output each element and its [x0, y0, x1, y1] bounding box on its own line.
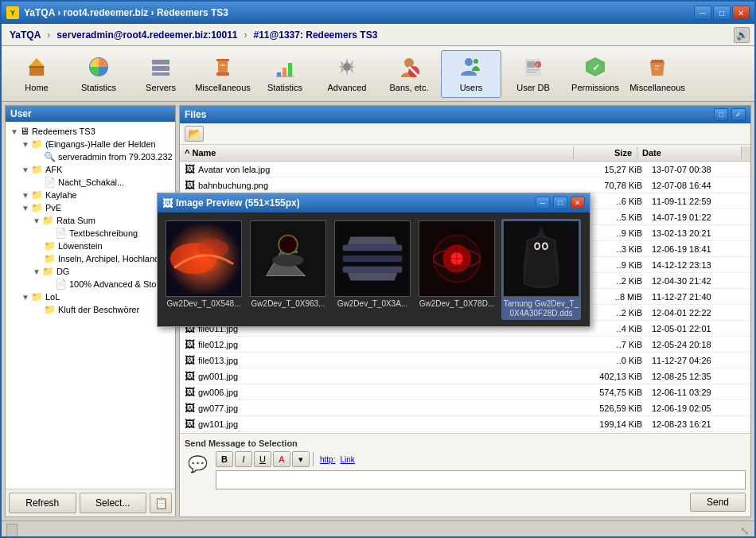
tree-item[interactable]: ▼📁DG	[9, 265, 172, 278]
bold-button[interactable]: B	[216, 451, 233, 467]
toolbar-btn-bans[interactable]: Bans, etc.	[379, 50, 439, 98]
link-button[interactable]: Link	[340, 455, 354, 464]
toolbar-btn-userdb[interactable]: !User DB	[503, 50, 563, 98]
file-date: 12-04-30 21:42	[647, 275, 750, 287]
preview-thumb	[419, 220, 495, 297]
addr-server[interactable]: serveradmin@root4.redeemer.biz:10011	[53, 28, 240, 42]
file-row[interactable]: 🖼bahnbuchung.png 70,78 KiB 12-07-08 16:4…	[180, 177, 750, 193]
audio-button[interactable]: 🔊	[734, 27, 750, 43]
files-btn2[interactable]: ✓	[731, 108, 746, 121]
bans-label: Bans, etc.	[390, 83, 429, 93]
tree-node-label: Kaylahe	[45, 190, 77, 200]
svg-rect-13	[220, 64, 225, 66]
tree-node-icon: 📁	[44, 253, 56, 264]
files-btn1[interactable]: □	[714, 108, 728, 121]
preview-item[interactable]: Gw2Dev_T_0X3A...	[333, 219, 412, 320]
file-row[interactable]: 🖼Avatar von lela.jpg 15,27 KiB 13-07-07 …	[180, 162, 750, 177]
file-row[interactable]: 🖼gw101.jpg 199,14 KiB 12-08-23 16:21	[180, 416, 750, 432]
tree-node-label: Redeemers TS3	[32, 127, 95, 136]
file-row[interactable]: 🖼gw006.jpg 574,75 KiB 12-06-11 03:29	[180, 384, 750, 400]
folder-up-button[interactable]: 📂	[185, 126, 204, 142]
col-name-header[interactable]: ^ Name	[180, 146, 574, 159]
dialog-close[interactable]: ✕	[571, 197, 585, 209]
send-button[interactable]: Send	[690, 493, 746, 512]
tree-item[interactable]: 🔍serveradmin from 79.203.232...	[9, 150, 172, 163]
tree-node-label: Nacht_Schakal...	[58, 177, 124, 187]
tree-item[interactable]: ▼📁AFK	[9, 163, 172, 176]
toolbar-btn-statistics2[interactable]: Statistics	[255, 50, 315, 98]
color-button[interactable]: A	[273, 451, 290, 467]
files-title: Files	[185, 109, 206, 120]
dialog-minimize[interactable]: ─	[536, 197, 550, 209]
panel-extra-button[interactable]: 📋	[150, 493, 172, 513]
tree-node-label: Löwenstein	[58, 241, 103, 251]
file-row[interactable]: 🖼file012.jpg ..7 KiB 12-05-24 20:18	[180, 337, 750, 353]
tree-item[interactable]: ▼📁LoL	[9, 290, 172, 303]
toolbar-btn-home[interactable]: Home	[6, 50, 67, 98]
file-date: 12-08-23 16:21	[647, 418, 750, 431]
tree-node-label: Kluft der Beschwörer	[58, 305, 139, 314]
tree-expand-icon[interactable]: ▼	[21, 166, 29, 174]
toolbar-btn-users[interactable]: Users	[441, 50, 501, 98]
svg-rect-11	[218, 61, 228, 74]
toolbar-btn-servers[interactable]: Servers	[131, 50, 191, 98]
tree-item[interactable]: 📄Nacht_Schakal...	[9, 176, 172, 189]
tree-item[interactable]: 📁Kluft der Beschwörer	[9, 303, 172, 316]
tree-expand-icon[interactable]: ▼	[33, 267, 41, 276]
underline-button[interactable]: U	[254, 451, 271, 467]
tree-expand-icon[interactable]: ▼	[10, 127, 18, 136]
addr-app[interactable]: YaTQA	[6, 28, 44, 42]
tree-expand-icon[interactable]: ▼	[21, 293, 29, 302]
addr-channel[interactable]: #11@1337: Redeemers TS3	[251, 28, 381, 42]
file-size: ..6 KiB	[583, 195, 647, 208]
resize-handle[interactable]: ⤡	[740, 524, 750, 537]
tree-item[interactable]: 📁Inseln, Archipel, Hochland, Dur	[9, 252, 172, 265]
file-row[interactable]: 🖼gw001.jpg 402,13 KiB 12-08-25 12:35	[180, 368, 750, 384]
tree-item[interactable]: 📄Textbeschreibung	[9, 227, 172, 240]
tree-expand-icon[interactable]: ▼	[21, 191, 29, 200]
toolbar-btn-advanced[interactable]: Advanced	[317, 50, 377, 98]
preview-item[interactable]: Tarnung Gw2Dev_T_0X4A30F28D.dds	[501, 219, 581, 320]
dialog-maximize[interactable]: □	[553, 197, 567, 209]
minimize-button[interactable]: ─	[694, 6, 711, 20]
tree-expand-icon[interactable]: ▼	[21, 204, 29, 212]
tree-item[interactable]: ▼📁(Eingangs-)Halle der Helden	[9, 138, 172, 150]
userdb-label: User DB	[516, 83, 550, 93]
svg-point-54	[536, 244, 539, 248]
tree-item[interactable]: ▼📁Kaylahe	[9, 189, 172, 201]
svg-rect-25	[527, 61, 535, 68]
svg-rect-26	[527, 69, 540, 71]
toolbar-btn-permissions[interactable]: ✓Permissions	[565, 50, 625, 98]
select-button[interactable]: Select...	[80, 493, 147, 513]
file-row[interactable]: 🖼gw077.jpg 526,59 KiB 12-06-19 02:05	[180, 400, 750, 416]
tree-expand-icon[interactable]: ▼	[33, 216, 41, 225]
toolbar-btn-miscellaneous2[interactable]: Miscellaneous	[627, 50, 688, 98]
preview-item[interactable]: Gw2Dev_T_0X78D...	[417, 219, 497, 320]
file-size: 15,27 KiB	[583, 163, 647, 176]
miscellaneous1-icon	[210, 54, 236, 80]
message-input[interactable]	[216, 470, 746, 489]
col-size-header[interactable]: Size	[574, 146, 637, 159]
refresh-button[interactable]: Refresh	[9, 493, 76, 513]
color-dropdown[interactable]: ▾	[292, 451, 310, 467]
tree-item[interactable]: ▼📁PvE	[9, 201, 172, 214]
preview-thumb	[166, 220, 242, 297]
toolbar-btn-statistics1[interactable]: Statistics	[68, 50, 129, 98]
tree-item[interactable]: 📄100% Advanced & Stoned	[9, 278, 172, 290]
tree-item[interactable]: ▼🖥Redeemers TS3	[9, 125, 172, 138]
file-row[interactable]: 🖼file013.jpg ..0 KiB 11-12-27 04:26	[180, 353, 750, 368]
svg-rect-3	[29, 66, 44, 68]
tree-node-icon: 📁	[31, 138, 43, 150]
preview-item[interactable]: Gw2Dev_T_0X963...	[248, 219, 328, 320]
tree-item[interactable]: 📁Löwenstein	[9, 240, 172, 252]
preview-item[interactable]: Gw2Dev_T_0X548...	[164, 219, 244, 320]
italic-button[interactable]: I	[235, 451, 252, 467]
col-date-header[interactable]: Date	[637, 146, 741, 159]
maximize-button[interactable]: □	[713, 6, 731, 20]
toolbar-btn-miscellaneous1[interactable]: Miscellaneous	[193, 50, 253, 98]
close-button[interactable]: ✕	[732, 6, 750, 20]
tree-item[interactable]: ▼📁Rata Sum	[9, 214, 172, 227]
file-name: 🖼file012.jpg	[180, 337, 583, 352]
files-toolbar: 📂	[180, 123, 750, 145]
tree-expand-icon[interactable]: ▼	[21, 140, 29, 149]
